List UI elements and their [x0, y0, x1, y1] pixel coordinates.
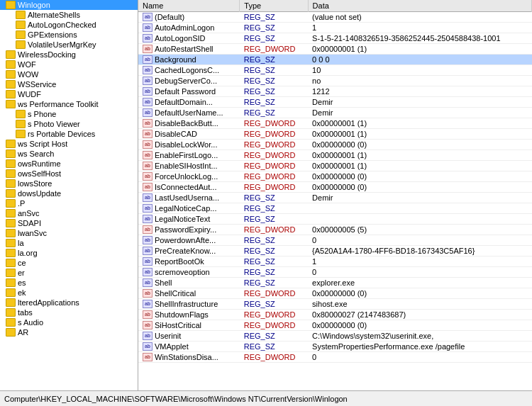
table-row[interactable]: abLastUsedUserna...REG_SZDemir [138, 193, 532, 203]
tree-item[interactable]: s Audio [0, 317, 138, 327]
reg-dword-icon: ab [143, 310, 153, 319]
tree-item[interactable]: s Phone [0, 109, 138, 119]
tree-item[interactable]: owsRuntime [0, 159, 138, 169]
tree-item[interactable]: owsSelfHost [0, 169, 138, 179]
cell-data: C:\Windows\system32\userinit.exe, [308, 331, 531, 342]
table-row[interactable]: abPowerdownAfte...REG_SZ0 [138, 235, 532, 246]
cell-data: 0x00000000 (0) [308, 320, 531, 331]
reg-sz-icon: ab [143, 257, 153, 266]
table-row[interactable]: abForceUnlockLog...REG_DWORD0x00000000 (… [138, 171, 532, 182]
reg-sz-icon: ab [143, 332, 153, 340]
cell-type: REG_SZ [240, 65, 308, 76]
tree-item[interactable]: ek [0, 288, 138, 298]
tree-item[interactable]: ws Script Host [0, 139, 138, 149]
cell-data: no [308, 76, 531, 86]
table-row[interactable]: abDebugServerCo...REG_SZno [138, 76, 532, 86]
table-row[interactable]: abUserinitREG_SZC:\Windows\system32\user… [138, 331, 532, 342]
tree-item-label: ce [18, 259, 26, 267]
table-row[interactable]: abEnableFirstLogo...REG_DWORD0x00000001 … [138, 150, 532, 161]
table-row[interactable]: abVMAppletREG_SZSystemPropertiesPerforma… [138, 342, 532, 352]
table-row[interactable]: abDisableLockWor...REG_DWORD0x00000000 (… [138, 140, 532, 150]
table-row[interactable]: abWinStationsDisa...REG_DWORD0 [138, 352, 532, 363]
table-row[interactable]: abEnableSIHostInt...REG_DWORD0x00000001 … [138, 161, 532, 171]
registry-values[interactable]: Name Type Data ab(Default)REG_SZ(value n… [138, 0, 532, 390]
table-row[interactable]: abAutoAdminLogonREG_SZ1 [138, 23, 532, 33]
cell-type: REG_DWORD [240, 310, 308, 320]
table-row[interactable]: abDefaultDomain...REG_SZDemir [138, 97, 532, 108]
table-row[interactable]: ab(Default)REG_SZ(value not set) [138, 12, 532, 23]
table-row[interactable]: abLegalNoticeTextREG_SZ [138, 214, 532, 225]
tree-item[interactable]: ws Performance Toolkit [0, 99, 138, 109]
cell-name: abDisableBackButt... [138, 118, 240, 128]
tree-item-label: es [18, 278, 26, 287]
reg-dword-icon: ab [143, 289, 153, 298]
tree-item[interactable]: GPExtensions [0, 30, 138, 40]
tree-item[interactable]: ce [0, 258, 138, 268]
tree-item[interactable]: WOW [0, 69, 138, 79]
tree-item[interactable]: .P [0, 198, 138, 208]
table-row[interactable]: abShutdownFlagsREG_DWORD0x80000027 (2147… [138, 310, 532, 320]
tree-item[interactable]: anSvc [0, 208, 138, 218]
tree-item[interactable]: dowsUpdate [0, 188, 138, 198]
cell-name: abUserinit [138, 331, 240, 341]
tree-item[interactable]: tabs [0, 308, 138, 317]
tree-item[interactable]: SDAPI [0, 218, 138, 228]
tree-item[interactable]: s Photo Viewer [0, 119, 138, 129]
tree-item[interactable]: VolatileUserMgrKey [0, 40, 138, 50]
table-row[interactable]: abShellREG_SZexplorer.exe [138, 278, 532, 288]
table-row[interactable]: abDefaultUserName...REG_SZDemir [138, 108, 532, 118]
tree-item[interactable]: lteredApplications [0, 298, 138, 308]
tree-item[interactable]: Winlogon [0, 0, 138, 10]
tree-item[interactable]: lowsStore [0, 179, 138, 188]
table-row[interactable]: abIsConnectedAut...REG_DWORD0x00000000 (… [138, 182, 532, 193]
folder-icon [6, 150, 16, 158]
tree-item[interactable]: AutoLogonChecked [0, 20, 138, 30]
table-row[interactable]: abPasswordExpiry...REG_DWORD0x00000005 (… [138, 225, 532, 235]
tree-item-label: WOW [18, 70, 38, 79]
table-row[interactable]: abShellInfrastructureREG_SZsihost.exe [138, 299, 532, 310]
tree-item[interactable]: AR [0, 327, 138, 337]
tree-item[interactable]: lwanSvc [0, 228, 138, 238]
reg-sz-icon: ab [143, 204, 153, 213]
cell-data: 0x00000001 (1) [308, 129, 531, 140]
cell-name: abShell [138, 278, 240, 288]
cell-data: 0x80000027 (2147483687) [308, 310, 531, 320]
table-row[interactable]: abscremoveoptionREG_SZ0 [138, 267, 532, 278]
folder-icon [16, 110, 26, 118]
folder-icon [6, 209, 16, 218]
table-row[interactable]: abPreCreateKnow...REG_SZ{A520A1A4-1780-4… [138, 246, 532, 256]
registry-tree[interactable]: WinlogonAlternateShellsAutoLogonCheckedG… [0, 0, 138, 390]
entry-name: Userinit [155, 332, 181, 340]
table-row[interactable]: abSiHostCriticalREG_DWORD0x00000000 (0) [138, 320, 532, 331]
table-row[interactable]: abCachedLogonsC...REG_SZ10 [138, 65, 532, 76]
tree-item[interactable]: la [0, 238, 138, 248]
tree-item[interactable]: AlternateShells [0, 10, 138, 20]
table-row[interactable]: abShellCriticalREG_DWORD0x00000000 (0) [138, 288, 532, 299]
tree-item[interactable]: rs Portable Devices [0, 129, 138, 139]
tree-item-label: ws Performance Toolkit [18, 100, 99, 108]
tree-item[interactable]: WSService [0, 79, 138, 89]
tree-item[interactable]: er [0, 268, 138, 278]
folder-icon [16, 40, 26, 49]
tree-item[interactable]: WOF [0, 60, 138, 69]
table-row[interactable]: abLegalNoticeCap...REG_SZ [138, 203, 532, 214]
tree-item[interactable]: WUDF [0, 89, 138, 99]
tree-item[interactable]: la.org [0, 248, 138, 258]
reg-sz-icon: ab [143, 268, 153, 276]
table-row[interactable]: abBackgroundREG_SZ0 0 0 [138, 55, 532, 65]
table-row[interactable]: abDefault PasswordREG_SZ1212 [138, 86, 532, 97]
tree-item[interactable]: ws Search [0, 149, 138, 159]
col-name: Name [138, 0, 240, 12]
tree-item[interactable]: WirelessDocking [0, 50, 138, 60]
entry-name: DisableBackButt... [155, 119, 218, 128]
tree-item-label: ws Search [18, 150, 54, 158]
entry-name: EnableSIHostInt... [155, 162, 218, 170]
table-row[interactable]: abReportBootOkREG_SZ1 [138, 256, 532, 267]
table-row[interactable]: abDisableCADREG_DWORD0x00000001 (1) [138, 129, 532, 140]
reg-dword-icon: ab [143, 172, 153, 181]
table-row[interactable]: abDisableBackButt...REG_DWORD0x00000001 … [138, 118, 532, 129]
table-row[interactable]: abAutoRestartShellREG_DWORD0x00000001 (1… [138, 44, 532, 55]
table-row[interactable]: abAutoLogonSIDREG_SZS-1-5-21-1408326519-… [138, 33, 532, 44]
tree-item[interactable]: es [0, 278, 138, 288]
reg-dword-icon: ab [143, 119, 153, 128]
